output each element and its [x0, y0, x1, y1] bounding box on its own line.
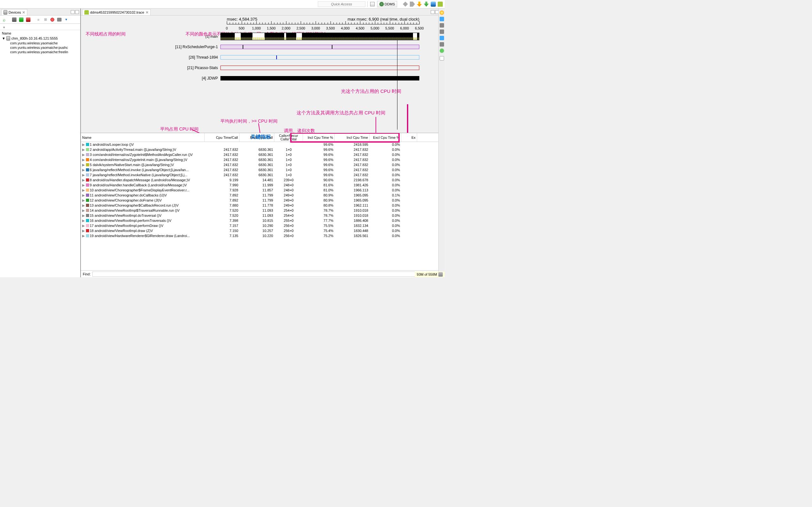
thread-row-main[interactable]: [1] main — [81, 32, 419, 41]
col-cpu-time-call[interactable]: Cpu Time/Call — [205, 133, 240, 142]
thread-rx-bar[interactable] — [220, 45, 419, 49]
view-icon-3[interactable] — [440, 30, 444, 34]
table-row[interactable]: ▶ 13 android/view/Choreographer$Callback… — [81, 203, 438, 208]
sdcard-icon[interactable] — [431, 2, 436, 7]
expand-icon[interactable]: ▶ — [82, 153, 85, 157]
table-row[interactable]: ▶ 17 android/view/ViewRootImpl.performDr… — [81, 223, 438, 228]
table-row[interactable]: ▶ 5 dalvik/system/NativeStart.main ([Lja… — [81, 162, 438, 167]
col-calls[interactable]: Calls+RecurCalls/Total — [274, 133, 303, 142]
expand-icon[interactable]: ▶ — [82, 193, 85, 198]
maximize-button[interactable] — [75, 10, 79, 14]
screenshot-icon[interactable] — [57, 18, 61, 21]
cause-gc-icon[interactable] — [26, 17, 31, 22]
process-row[interactable]: com.yuntu.wireless.yaomaiche:freelin — [1, 50, 80, 54]
expand-arrow-icon[interactable]: ▼ — [2, 37, 5, 40]
toolbar-icon-1[interactable] — [403, 2, 408, 7]
table-row[interactable]: ▶ 2 android/app/ActivityThread.main ([Lj… — [81, 147, 438, 152]
expand-icon[interactable]: ▶ — [82, 143, 85, 147]
table-body[interactable]: ▶ 1 android/os/Looper.loop ()V99.6%2418.… — [81, 142, 438, 270]
table-row[interactable]: ▶ 12 android/view/Choreographer.doFrame … — [81, 198, 438, 203]
thread-row-rx[interactable]: [11] RxSchedulerPurge-1 — [81, 42, 419, 52]
expand-icon[interactable]: ▶ — [82, 158, 85, 162]
table-row[interactable]: ▶ 14 android/view/ViewRootImpl$Traversal… — [81, 208, 438, 213]
table-row[interactable]: ▶ 15 android/view/ViewRootImpl.doTravers… — [81, 213, 438, 218]
view-icon-2[interactable] — [440, 23, 444, 27]
debug-icon[interactable]: ⌕ — [1, 17, 7, 22]
col-name[interactable]: Name — [81, 133, 205, 142]
expand-icon[interactable]: ▶ — [82, 173, 85, 177]
table-row[interactable]: ▶ 3 com/android/internal/os/ZygoteInit$M… — [81, 152, 438, 157]
expand-icon[interactable]: ▶ — [82, 204, 85, 208]
thread-row-jdwp[interactable]: [4] JDWP — [81, 73, 419, 83]
timeline-pane[interactable]: msec: 4,584.375 max msec: 6,900 (real ti… — [81, 15, 438, 133]
ddms-perspective-button[interactable]: DDMS — [377, 1, 397, 7]
device-node[interactable]: ▼ chm_tl00h-10.16.45.121:5555 — [1, 36, 80, 41]
android-download-icon[interactable] — [424, 2, 429, 7]
table-row[interactable]: ▶ 16 android/view/ViewRootImpl.performTr… — [81, 218, 438, 223]
time-ruler[interactable]: 05001,0001,5002,0002,5003,0003,5004,0004… — [227, 24, 419, 32]
expand-icon[interactable]: ▶ — [82, 148, 85, 152]
col-excl-cpu-pct[interactable]: Excl Cpu Time % — [369, 133, 401, 142]
devices-tree[interactable]: Name ▼ chm_tl00h-10.16.45.121:5555 com.y… — [0, 30, 80, 277]
toolbar-icon-2[interactable] — [410, 2, 415, 7]
expand-icon[interactable]: ▶ — [82, 183, 85, 187]
thread-row-1894[interactable]: [26] Thread-1894 — [81, 53, 419, 62]
find-input[interactable] — [92, 272, 437, 277]
devices-tab[interactable]: Devices ✕ — [1, 9, 27, 15]
thread-row-picasso[interactable]: [21] Picasso-Stats — [81, 63, 419, 72]
table-row[interactable]: ▶ 4 com/android/internal/os/ZygoteInit.m… — [81, 157, 438, 162]
expand-icon[interactable]: ▶ — [82, 163, 85, 167]
android-icon-toolbar[interactable] — [438, 2, 443, 7]
expand-icon[interactable]: ▶ — [82, 178, 85, 182]
table-row[interactable]: ▶ 10 android/view/Choreographer$FrameDis… — [81, 187, 438, 193]
expand-icon[interactable]: ▶ — [82, 219, 85, 223]
table-row[interactable]: ▶ 11 android/view/Choreographer.doCallba… — [81, 193, 438, 198]
table-row[interactable]: ▶ 19 android/view/HardwareRenderer$GlRen… — [81, 233, 438, 238]
start-profiling-icon[interactable]: ⊞ — [43, 17, 48, 22]
view-icon-1[interactable] — [440, 17, 444, 21]
expand-icon[interactable]: ▶ — [82, 209, 85, 213]
view-icon-4[interactable] — [440, 36, 444, 40]
method-color — [86, 224, 89, 227]
close-icon[interactable]: ✕ — [146, 10, 148, 14]
download-icon[interactable] — [417, 2, 422, 7]
expand-icon[interactable]: ▶ — [82, 199, 85, 203]
expand-icon[interactable]: ▶ — [82, 234, 85, 238]
table-row[interactable]: ▶ 9 android/os/Handler.handleCallback (L… — [81, 182, 438, 187]
thread-1894-bar[interactable] — [220, 55, 419, 60]
table-row[interactable]: ▶ 7 java/lang/reflect/Method.invokeNativ… — [81, 172, 438, 177]
minimize-button[interactable] — [431, 10, 435, 14]
outline-icon[interactable] — [440, 10, 444, 15]
table-row[interactable]: ▶ 18 android/view/ViewRootImpl.draw (Z)V… — [81, 228, 438, 233]
dump-view-icon[interactable]: ▾ — [63, 17, 69, 22]
expand-icon[interactable]: ▶ — [82, 188, 85, 192]
table-row[interactable]: ▶ 8 android/os/Handler.dispatchMessage (… — [81, 177, 438, 182]
thread-main-bar[interactable] — [220, 33, 419, 40]
systrace-icon[interactable]: ▾ — [1, 24, 7, 30]
expand-icon[interactable]: ▶ — [82, 168, 85, 172]
gc-button[interactable] — [438, 272, 443, 277]
col-incl-cpu[interactable]: Incl Cpu Time — [335, 133, 369, 142]
thread-jdwp-bar[interactable] — [220, 76, 419, 80]
thread-picasso-bar[interactable] — [220, 66, 419, 70]
dump-hprof-icon[interactable] — [19, 17, 23, 22]
open-perspective-button[interactable] — [369, 1, 375, 7]
expand-icon[interactable]: ▶ — [82, 214, 85, 218]
view-icon-5[interactable] — [440, 42, 444, 47]
close-icon[interactable]: ✕ — [22, 10, 25, 14]
process-row[interactable]: com.yuntu.wireless.yaomaiche:pushc — [1, 45, 80, 50]
update-heap-icon[interactable] — [12, 17, 16, 22]
minimize-button[interactable] — [71, 10, 74, 14]
table-row[interactable]: ▶ 6 java/lang/reflect/Method.invoke (Lja… — [81, 167, 438, 172]
quick-access-input[interactable] — [318, 1, 365, 7]
expand-icon[interactable]: ▶ — [82, 229, 85, 233]
expand-icon[interactable]: ▶ — [82, 224, 85, 228]
view-icon-7[interactable] — [440, 56, 444, 60]
stop-icon[interactable] — [50, 18, 54, 21]
trace-tab[interactable]: ddms4532159950224730102.trace ✕ — [82, 9, 151, 15]
update-threads-icon[interactable]: ≡ — [36, 17, 41, 22]
table-row[interactable]: ▶ 1 android/os/Looper.loop ()V99.6%2418.… — [81, 142, 438, 147]
col-excl-cpu[interactable]: Ex — [401, 133, 417, 142]
view-icon-6[interactable] — [440, 49, 444, 53]
process-row[interactable]: com.yuntu.wireless.yaomaiche — [1, 41, 80, 45]
